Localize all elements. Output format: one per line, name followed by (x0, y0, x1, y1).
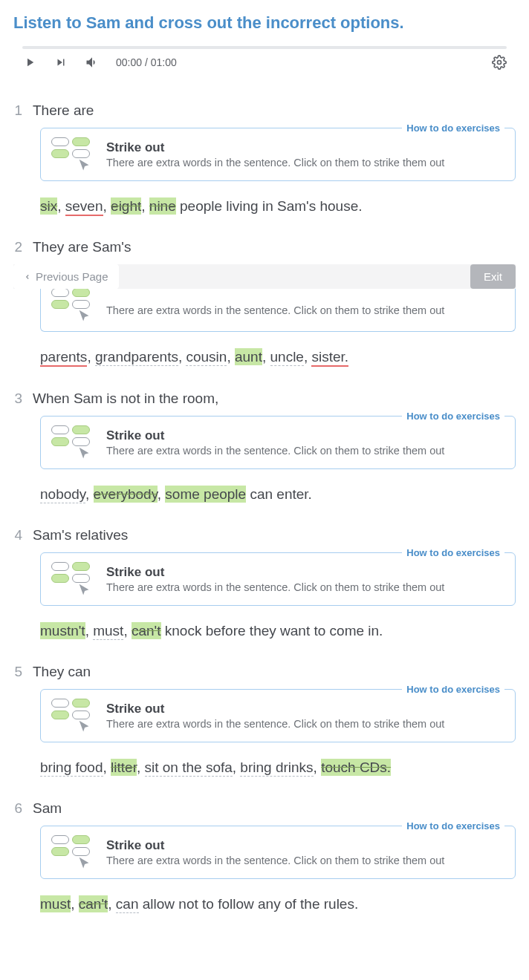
strike-token[interactable]: must (40, 895, 71, 912)
sentence: parents, grandparents, cousin, aunt, unc… (40, 345, 516, 369)
exercise-item: 3When Sam is not in the room, How to do … (0, 380, 529, 517)
sentence-text: , (103, 760, 111, 775)
strike-token[interactable]: everybody (94, 486, 158, 503)
sentence-text: , (262, 349, 270, 365)
exercise-item: 4Sam's relatives How to do exercises Str… (0, 517, 529, 653)
hint-desc: There are extra words in the sentence. C… (106, 855, 444, 866)
strike-token[interactable]: can't (132, 622, 161, 639)
hint-link[interactable]: How to do exercises (402, 122, 504, 134)
sentence: nobody, everybody, some people can enter… (40, 483, 516, 506)
strike-token[interactable]: can't (79, 895, 108, 912)
exit-button[interactable]: Exit (470, 264, 516, 289)
strike-token[interactable]: litter (111, 759, 137, 776)
hint-link[interactable]: How to do exercises (402, 411, 504, 422)
sentence-text: , (141, 198, 149, 214)
sentence: mustn't, must, can't knock before they w… (40, 619, 516, 643)
strike-token[interactable]: bring food (40, 760, 103, 777)
hint-heading: Strike out (106, 702, 444, 716)
strike-token[interactable]: seven (65, 198, 103, 216)
sentence-text: , (304, 349, 312, 365)
item-number: 4 (13, 527, 22, 543)
sentence: bring food, litter, sit on the sofa, bri… (40, 756, 516, 780)
item-lead: They can (33, 664, 91, 680)
strike-token[interactable]: sister. (311, 349, 348, 367)
exercise-item: 2They are Sam's Previous Page Exit There… (0, 229, 529, 379)
gear-icon[interactable] (492, 55, 507, 70)
hint-link[interactable]: How to do exercises (402, 684, 504, 695)
sentence: must, can't, can allow not to follow any… (40, 892, 516, 916)
item-number: 2 (13, 239, 22, 255)
hint-heading: Strike out (106, 140, 444, 155)
item-lead: Sam (33, 800, 62, 817)
sentence-text: allow not to follow any of the rules. (139, 896, 359, 912)
item-number: 3 (13, 391, 22, 407)
hint-box: How to do exercises Strike out There are… (40, 689, 516, 742)
sentence-text: , (123, 623, 132, 638)
sentence-text: , (137, 760, 145, 775)
exercise-item: 6Sam How to do exercises Strike out Ther… (0, 790, 529, 927)
hint-desc: There are extra words in the sentence. C… (106, 157, 444, 169)
strike-token[interactable]: eight (111, 197, 141, 215)
item-lead: They are Sam's (33, 239, 131, 255)
strike-token[interactable]: nine (149, 197, 176, 215)
hint-link[interactable]: How to do exercises (402, 547, 504, 558)
sentence-text: , (71, 896, 79, 912)
audio-player: 00:00 / 01:00 (13, 40, 516, 77)
play-icon[interactable] (22, 55, 37, 70)
strike-token[interactable]: nobody (40, 486, 85, 503)
hint-box: How to do exercises Strike out There are… (40, 826, 516, 879)
strike-token[interactable]: six (40, 197, 57, 215)
exercise-item: 5They can How to do exercises Strike out… (0, 653, 529, 790)
hint-desc: There are extra words in the sentence. C… (106, 718, 444, 730)
sentence-text: , (85, 486, 94, 502)
exercise-item: 1There are How to do exercises Strike ou… (0, 92, 529, 229)
svg-point-0 (498, 61, 502, 65)
hint-desc: There are extra words in the sentence. C… (106, 304, 444, 316)
strike-token[interactable]: can (116, 896, 139, 913)
hint-illustration (51, 835, 96, 869)
hint-heading: Strike out (106, 565, 444, 580)
exercise-title: Listen to Sam and cross out the incorrec… (0, 0, 529, 40)
hint-illustration (51, 699, 96, 733)
sentence-text: , (103, 198, 111, 214)
hint-link[interactable]: How to do exercises (402, 820, 504, 832)
strike-token[interactable]: sit on the sofa (145, 760, 233, 777)
hint-box: How to do exercises Strike out There are… (40, 416, 516, 469)
strike-token[interactable]: must (93, 623, 123, 640)
sentence-text: , (314, 760, 322, 775)
strike-token[interactable]: cousin (186, 349, 227, 366)
sentence-text: knock before they want to come in. (161, 623, 383, 638)
sentence-text: , (87, 349, 95, 365)
nav-stripe: Previous Page Exit (13, 264, 516, 289)
volume-icon[interactable] (85, 55, 100, 70)
strike-token[interactable]: parents (40, 349, 87, 367)
hint-illustration (51, 137, 96, 172)
hint-heading: Strike out (106, 838, 444, 853)
strike-token[interactable]: uncle (270, 349, 304, 366)
strike-token[interactable]: grandparents (95, 349, 178, 366)
hint-box: How to do exercises Strike out There are… (40, 128, 516, 181)
hint-desc: There are extra words in the sentence. C… (106, 445, 444, 457)
sentence-text: , (158, 486, 166, 502)
sentence-text: , (85, 623, 94, 638)
hint-illustration (51, 289, 96, 322)
strike-token[interactable]: touch CDs. (321, 759, 391, 776)
audio-time: 00:00 / 01:00 (116, 56, 476, 68)
next-track-icon[interactable] (53, 55, 68, 70)
hint-desc: There are extra words in the sentence. C… (106, 581, 444, 593)
sentence-text: can enter. (246, 486, 312, 502)
strike-token[interactable]: aunt (235, 348, 262, 365)
item-lead: Sam's relatives (33, 527, 128, 543)
sentence-text: , (233, 760, 241, 775)
previous-page-button[interactable]: Previous Page (13, 264, 119, 289)
hint-box: How to do exercises Strike out There are… (40, 552, 516, 606)
strike-token[interactable]: bring drinks (240, 760, 313, 777)
item-number: 6 (13, 800, 22, 817)
strike-token[interactable]: some people (165, 486, 246, 503)
item-number: 5 (13, 664, 22, 680)
item-number: 1 (13, 102, 22, 119)
item-lead: When Sam is not in the room, (33, 391, 218, 407)
hint-illustration (51, 425, 96, 460)
strike-token[interactable]: mustn't (40, 622, 85, 639)
sentence-text: , (108, 896, 116, 912)
